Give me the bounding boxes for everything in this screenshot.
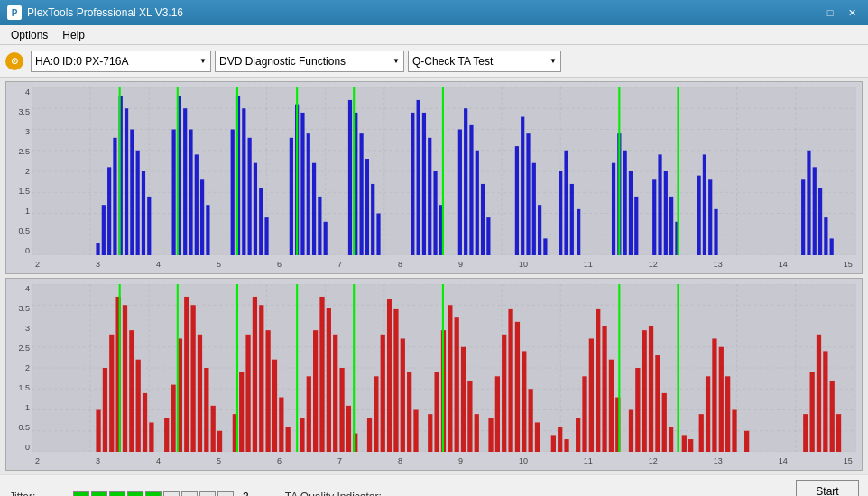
svg-rect-149 [211,406,216,452]
svg-rect-77 [543,238,547,255]
svg-rect-197 [582,376,586,452]
start-button[interactable]: Start [796,480,859,497]
svg-rect-188 [508,309,512,452]
svg-rect-64 [433,171,437,255]
svg-rect-184 [475,414,479,452]
svg-rect-57 [365,159,369,255]
svg-rect-182 [461,347,466,452]
svg-rect-84 [623,151,627,255]
svg-rect-73 [521,117,524,255]
svg-rect-185 [488,418,493,452]
svg-rect-87 [652,179,656,255]
window-title: PlexTools Professional XL V3.16 [27,6,799,19]
close-button[interactable]: ✕ [843,5,861,20]
svg-rect-200 [602,326,606,453]
minimize-button[interactable]: — [799,5,817,20]
top-chart-x-axis: 2 3 4 5 6 7 8 9 10 11 12 13 14 15 [32,255,856,273]
svg-rect-33 [171,130,175,256]
svg-rect-49 [300,113,304,255]
svg-rect-186 [495,376,500,452]
svg-rect-158 [279,398,283,452]
svg-rect-183 [467,381,472,452]
svg-rect-60 [411,113,414,255]
svg-rect-217 [732,410,736,453]
test-dropdown-text: Q-Check TA Test [412,55,549,68]
svg-rect-50 [307,133,310,255]
svg-rect-39 [206,205,209,255]
svg-rect-195 [564,439,568,452]
svg-rect-208 [662,393,667,452]
svg-rect-147 [198,335,202,452]
svg-rect-152 [239,372,244,452]
svg-rect-56 [359,133,363,255]
jitter-seg-5 [145,491,162,497]
svg-rect-191 [529,389,533,452]
menu-help[interactable]: Help [55,27,92,43]
svg-rect-194 [558,427,562,452]
bottom-chart: 4 3.5 3 2.5 2 1.5 1 0.5 0 [5,278,863,471]
svg-rect-25 [107,167,111,255]
svg-rect-47 [290,138,293,255]
svg-rect-218 [744,431,749,452]
device-icon: ⊙ [5,52,23,70]
window-controls: — □ ✕ [799,5,861,20]
svg-rect-221 [817,335,821,452]
svg-rect-201 [609,360,614,452]
svg-rect-69 [476,151,479,255]
svg-rect-93 [703,154,706,255]
svg-rect-193 [551,435,556,452]
svg-rect-167 [346,406,351,452]
device-dropdown[interactable]: HA:0 ID:0 PX-716A ▼ [31,51,211,72]
svg-rect-173 [393,309,398,452]
svg-rect-82 [612,163,615,255]
svg-rect-140 [143,393,147,452]
svg-rect-138 [129,330,134,452]
svg-rect-207 [655,355,660,452]
svg-rect-174 [401,338,405,452]
svg-rect-95 [714,209,717,255]
svg-rect-155 [259,305,263,452]
svg-rect-163 [319,297,324,452]
svg-rect-26 [113,138,116,255]
menu-options[interactable]: Options [4,27,55,43]
svg-rect-29 [130,130,134,256]
charts-area: 4 3.5 3 2.5 2 1.5 1 0.5 0 [0,78,868,474]
svg-rect-58 [371,184,374,255]
svg-rect-53 [324,222,328,255]
svg-rect-75 [532,163,536,255]
svg-rect-169 [367,418,372,452]
svg-rect-133 [96,410,100,453]
svg-rect-97 [807,151,810,255]
svg-rect-44 [254,163,257,255]
svg-rect-68 [469,125,473,255]
svg-rect-206 [649,326,653,453]
svg-rect-36 [189,130,192,256]
svg-rect-203 [629,410,633,453]
svg-rect-31 [142,171,145,255]
svg-rect-92 [697,176,701,255]
svg-rect-219 [803,414,808,452]
svg-rect-98 [813,167,817,255]
svg-rect-164 [327,308,331,452]
svg-rect-63 [428,138,431,255]
maximize-button[interactable]: □ [821,5,839,20]
svg-rect-215 [719,347,724,452]
svg-rect-224 [836,414,841,452]
svg-rect-85 [629,171,633,255]
svg-rect-134 [103,368,107,452]
svg-rect-177 [428,414,432,452]
svg-rect-198 [589,338,594,452]
test-dropdown[interactable]: Q-Check TA Test ▼ [408,51,561,72]
metrics-area: Jitter: 3 Peak Shift: [9,491,249,497]
svg-rect-222 [823,351,827,452]
svg-rect-189 [515,322,520,452]
svg-rect-205 [642,330,647,452]
svg-rect-59 [376,214,380,256]
svg-rect-51 [312,163,316,255]
svg-rect-214 [712,338,716,452]
svg-rect-66 [458,130,462,256]
bottom-chart-x-axis: 2 3 4 5 6 7 8 9 10 11 12 13 14 15 [32,452,856,470]
svg-rect-78 [559,171,562,255]
function-dropdown[interactable]: DVD Diagnostic Functions ▼ [215,51,404,72]
svg-rect-142 [164,418,169,452]
